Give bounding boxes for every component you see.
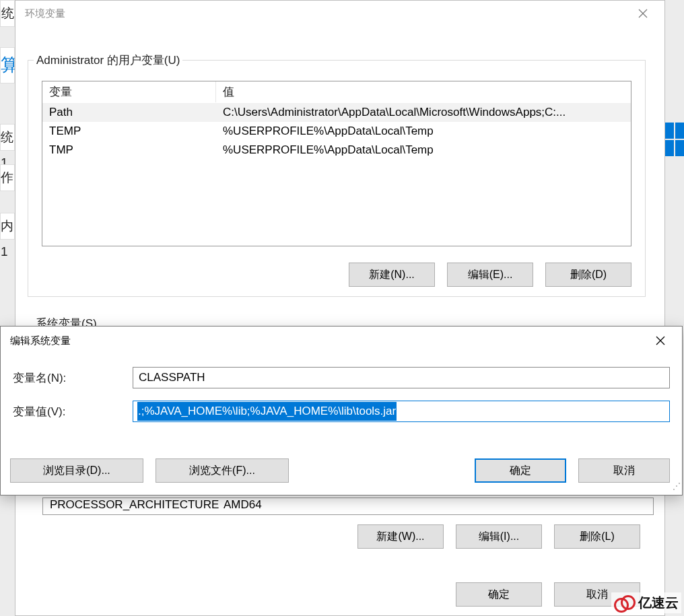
var-name: TEMP: [42, 123, 216, 139]
variable-name-label: 变量名(N):: [13, 370, 133, 386]
col-variable[interactable]: 变量: [42, 81, 216, 102]
bg-frag: 统1: [0, 124, 15, 151]
close-icon: [656, 336, 665, 345]
table-row[interactable]: TMP %USERPROFILE%\AppData\Local\Temp: [42, 141, 631, 160]
var-value: C:\Users\Administrator\AppData\Local\Mic…: [216, 104, 631, 121]
watermark-text: 亿速云: [638, 594, 679, 612]
user-variables-list[interactable]: 变量 值 Path C:\Users\Administrator\AppData…: [42, 81, 631, 246]
user-vars-buttons: 新建(N)... 编辑(E)... 删除(D): [42, 263, 631, 287]
watermark-logo-icon: [614, 595, 634, 611]
variable-value-input[interactable]: .;%JAVA_HOME%\lib;%JAVA_HOME%\lib\tools.…: [133, 401, 670, 422]
browse-file-button[interactable]: 浏览文件(F)...: [156, 458, 289, 483]
bg-frag: 内1: [0, 213, 15, 240]
browse-directory-button[interactable]: 浏览目录(D)...: [10, 458, 143, 483]
var-value: %USERPROFILE%\AppData\Local\Temp: [216, 142, 631, 158]
bg-frag: 算: [0, 47, 15, 83]
modal-close-button[interactable]: [647, 331, 674, 351]
modal-button-row: 浏览目录(D)... 浏览文件(F)... 确定 取消: [10, 458, 670, 483]
env-dialog-close-button[interactable]: [629, 3, 656, 24]
var-name: PROCESSOR_ARCHITECTURE: [43, 498, 217, 514]
environment-variables-dialog: 环境变量 Administrator 的用户变量(U) 变量 值 Path C:…: [15, 0, 665, 616]
variable-value-row: 变量值(V): .;%JAVA_HOME%\lib;%JAVA_HOME%\li…: [1, 401, 682, 422]
list-header: 变量 值: [42, 81, 631, 103]
modal-ok-button[interactable]: 确定: [475, 458, 566, 483]
var-name: Path: [42, 104, 216, 121]
env-dialog-titlebar: 环境变量: [15, 1, 664, 26]
user-edit-button[interactable]: 编辑(E)...: [447, 263, 533, 287]
windows-logo-icon: [665, 123, 684, 156]
env-dialog-title: 环境变量: [25, 7, 629, 20]
modal-titlebar: 编辑系统变量: [1, 327, 682, 355]
watermark: 亿速云: [611, 592, 681, 613]
bg-frag: 统: [0, 0, 15, 27]
env-ok-button[interactable]: 确定: [456, 582, 542, 607]
table-row[interactable]: TEMP %USERPROFILE%\AppData\Local\Temp: [42, 122, 631, 141]
var-value: %USERPROFILE%\AppData\Local\Temp: [216, 123, 631, 139]
user-new-button[interactable]: 新建(N)...: [349, 263, 435, 287]
col-value[interactable]: 值: [216, 81, 631, 102]
variable-value-label: 变量值(V):: [13, 404, 133, 419]
sys-delete-button[interactable]: 删除(L): [554, 524, 640, 549]
user-variables-legend: Administrator 的用户变量(U): [34, 53, 182, 68]
user-delete-button[interactable]: 删除(D): [545, 263, 631, 287]
sys-new-button[interactable]: 新建(W)...: [357, 524, 444, 549]
modal-title: 编辑系统变量: [10, 335, 647, 347]
resize-grip-icon[interactable]: ⋰: [671, 484, 681, 493]
bg-frag: 作: [0, 164, 15, 191]
table-row[interactable]: Path C:\Users\Administrator\AppData\Loca…: [42, 103, 631, 122]
variable-name-row: 变量名(N):: [1, 367, 682, 388]
edit-system-variable-dialog: 编辑系统变量 变量名(N): 变量值(V): .;%JAVA_HOME%\lib…: [0, 326, 683, 495]
var-value: AMD64: [217, 498, 653, 514]
close-icon: [638, 9, 648, 18]
sys-edit-button[interactable]: 编辑(I)...: [456, 524, 542, 549]
selected-text: .;%JAVA_HOME%\lib;%JAVA_HOME%\lib\tools.…: [137, 402, 397, 421]
system-variables-list[interactable]: PROCESSOR_ARCHITECTURE AMD64: [42, 498, 654, 515]
variable-name-input[interactable]: [133, 367, 670, 388]
spacer: [301, 458, 463, 483]
modal-cancel-button[interactable]: 取消: [578, 458, 670, 483]
user-variables-group: Administrator 的用户变量(U) 变量 值 Path C:\User…: [28, 60, 646, 297]
var-name: TMP: [42, 142, 216, 158]
system-vars-buttons: 新建(W)... 编辑(I)... 删除(L): [357, 524, 640, 549]
